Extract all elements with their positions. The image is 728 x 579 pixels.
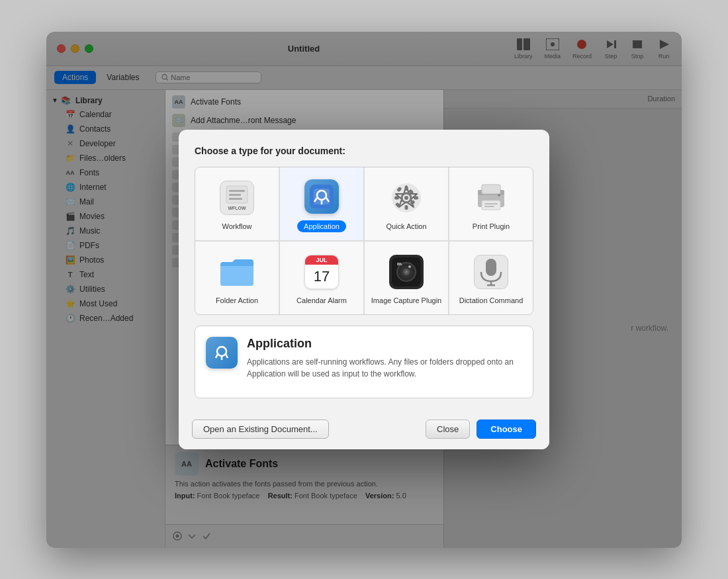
description-box: Application Applications are self-runnin… [195,326,533,398]
dictation-label: Dictation Command [459,296,523,305]
svg-rect-15 [229,194,241,196]
calendar-alarm-label: Calendar Alarm [296,296,347,305]
svg-rect-38 [484,203,498,204]
modal-footer: Open an Existing Document... Close Choos… [179,412,549,449]
type-cell-dictation[interactable]: Dictation Command [449,242,533,314]
application-icon [304,179,339,214]
application-type-icon [303,178,340,215]
dictation-icon [474,255,508,289]
svg-rect-37 [482,200,500,210]
type-cell-application[interactable]: Application [280,167,363,240]
svg-rect-16 [229,198,242,200]
svg-point-25 [404,196,408,200]
svg-line-52 [216,354,218,358]
modal-body: Choose a type for your document: [179,130,549,412]
folder-action-icon [219,257,255,287]
calendar-alarm-type-icon: JUL 17 [303,253,340,290]
image-capture-icon [389,255,424,289]
desc-content: Application Applications are self-runnin… [247,337,522,380]
calendar-month: JUL [305,255,338,265]
quick-action-label: Quick Action [386,222,426,231]
svg-line-53 [226,354,228,358]
application-label: Application [297,220,346,232]
image-capture-label: Image Capture Plugin [371,296,441,305]
quick-action-icon [389,181,424,215]
svg-point-40 [498,194,500,197]
svg-rect-47 [486,259,496,276]
calendar-alarm-icon: JUL 17 [304,255,339,289]
print-plugin-label: Print Plugin [473,222,510,231]
folder-action-type-icon [218,253,255,290]
open-existing-button[interactable]: Open an Existing Document... [192,420,329,439]
calendar-day: 17 [305,265,338,289]
type-cell-folder-action[interactable]: Folder Action [195,242,279,314]
type-cell-workflow[interactable]: WFLOW Workflow [195,167,279,240]
svg-point-50 [217,347,226,356]
svg-rect-29 [414,196,418,199]
workflow-label: Workflow [222,222,251,231]
desc-title: Application [247,337,522,351]
choose-button[interactable]: Choose [477,420,536,439]
dictation-type-icon [473,253,510,290]
image-capture-type-icon [388,253,425,290]
folder-action-label: Folder Action [216,296,258,305]
modal-dialog: Choose a type for your document: [179,130,549,449]
svg-rect-39 [484,206,494,207]
type-cell-image-capture[interactable]: Image Capture Plugin [365,242,448,314]
svg-point-45 [405,271,408,273]
type-cell-calendar-alarm[interactable]: JUL 17 Calendar Alarm [280,242,363,314]
svg-rect-26 [405,186,408,191]
close-button[interactable]: Close [426,420,470,439]
svg-rect-36 [482,185,500,194]
footer-right-buttons: Close Choose [426,420,536,439]
print-plugin-icon [474,181,508,215]
svg-point-46 [408,265,411,268]
svg-rect-14 [229,190,245,192]
desc-icon [206,337,238,369]
modal-title: Choose a type for your document: [195,146,533,156]
quick-action-type-icon [388,179,425,216]
print-plugin-type-icon [473,179,510,216]
workflow-icon: WFLOW [220,181,254,215]
svg-rect-28 [394,196,399,199]
workflow-type-icon: WFLOW [218,179,255,216]
modal-overlay: Choose a type for your document: [46,32,682,548]
svg-rect-27 [405,205,408,210]
type-cell-print-plugin[interactable]: Print Plugin [449,167,533,240]
type-grid: WFLOW Workflow [195,167,533,315]
type-cell-quick-action[interactable]: Quick Action [365,167,448,240]
desc-text: Applications are self-running workflows.… [247,356,522,380]
